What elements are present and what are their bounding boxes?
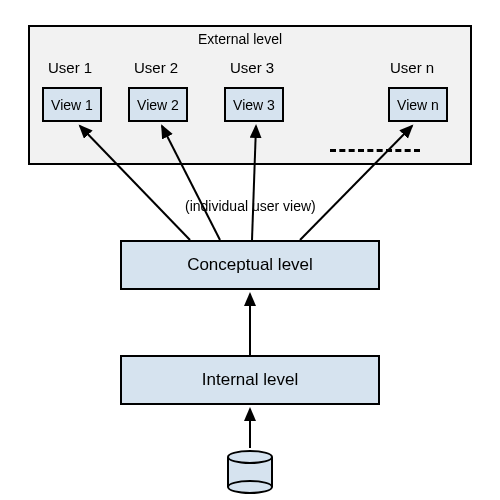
view-label-1: View 1 xyxy=(51,97,93,113)
view-label-2: View 2 xyxy=(137,97,179,113)
view-label-n: View n xyxy=(397,97,439,113)
conceptual-level-box: Conceptual level xyxy=(120,240,380,290)
view-box-3: View 3 xyxy=(224,87,284,122)
external-level-title: External level xyxy=(198,31,282,47)
external-level-subtitle: (individual user view) xyxy=(185,198,316,214)
view-box-n: View n xyxy=(388,87,448,122)
user-label-3: User 3 xyxy=(230,59,274,76)
user-label-n: User n xyxy=(390,59,434,76)
ellipsis-connector xyxy=(330,149,420,152)
user-label-2: User 2 xyxy=(134,59,178,76)
external-level-panel: External level User 1 User 2 User 3 User… xyxy=(28,25,472,165)
view-label-3: View 3 xyxy=(233,97,275,113)
internal-level-box: Internal level xyxy=(120,355,380,405)
conceptual-level-label: Conceptual level xyxy=(187,255,313,275)
user-label-1: User 1 xyxy=(48,59,92,76)
view-box-1: View 1 xyxy=(42,87,102,122)
view-box-2: View 2 xyxy=(128,87,188,122)
database-icon xyxy=(227,450,273,490)
internal-level-label: Internal level xyxy=(202,370,298,390)
